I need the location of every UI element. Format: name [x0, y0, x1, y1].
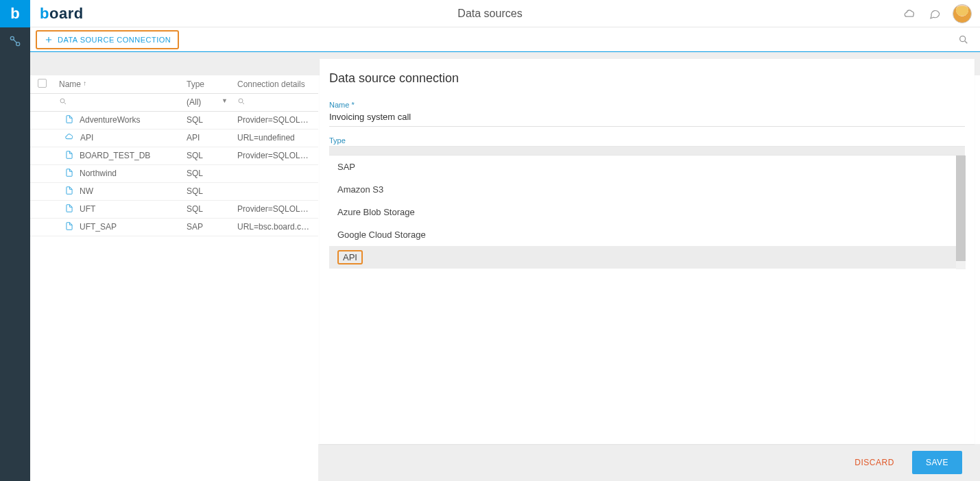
- type-option-sap[interactable]: SAP: [329, 156, 965, 178]
- sort-asc-icon: ↑: [83, 79, 86, 87]
- type-option-api[interactable]: API: [329, 246, 965, 269]
- top-bar: b board Data sources: [0, 0, 980, 27]
- type-dropdown: SAPAmazon S3Azure Blob StorageGoogle Clo…: [329, 156, 965, 269]
- row-connection: Provider=SQLOLEDB;D: [232, 111, 318, 129]
- data-source-panel: Data source connection Name * Type SAPAm…: [320, 59, 975, 444]
- search-icon[interactable]: [957, 33, 970, 47]
- row-connection: [232, 182, 318, 200]
- table-row[interactable]: AdventureWorksSQLProvider=SQLOLEDB;D: [30, 111, 318, 129]
- filter-name[interactable]: [53, 93, 181, 111]
- sidebar-connections-icon[interactable]: [0, 27, 30, 55]
- header-connection-details[interactable]: Connection details: [232, 75, 318, 93]
- row-name: AdventureWorks: [80, 115, 140, 125]
- header-checkbox[interactable]: [30, 75, 53, 93]
- svg-point-4: [239, 99, 243, 103]
- row-type: API: [181, 129, 232, 147]
- svg-point-2: [960, 36, 966, 42]
- type-field-label: Type: [329, 136, 965, 145]
- dropdown-scrollbar-track[interactable]: [956, 156, 966, 269]
- panel-title: Data source connection: [329, 71, 965, 86]
- action-bar: DATA SOURCE CONNECTION: [30, 27, 980, 52]
- row-connection: Provider=SQLOLEDB;D: [232, 200, 318, 218]
- name-field-label: Name *: [329, 101, 965, 109]
- chat-icon[interactable]: [928, 7, 942, 21]
- header-name[interactable]: Name ↑: [53, 75, 181, 93]
- new-data-source-label: DATA SOURCE CONNECTION: [58, 36, 171, 44]
- row-type: SQL: [181, 147, 232, 164]
- cloud-icon[interactable]: [903, 7, 917, 21]
- row-name: Northwind: [80, 169, 117, 178]
- row-connection: URL=bsc.board.com:8: [232, 218, 318, 236]
- table-row[interactable]: UFTSQLProvider=SQLOLEDB;D: [30, 200, 318, 218]
- table-row[interactable]: UFT_SAPSAPURL=bsc.board.com:8: [30, 218, 318, 236]
- save-button[interactable]: SAVE: [912, 451, 962, 474]
- name-input[interactable]: [329, 109, 965, 127]
- type-option-azure-blob-storage[interactable]: Azure Blob Storage: [329, 201, 965, 223]
- header-type[interactable]: Type: [181, 75, 232, 93]
- user-avatar[interactable]: [953, 4, 972, 23]
- file-icon: [64, 168, 74, 180]
- data-source-table: Name ↑ Type Connection details (All) ▼ A…: [30, 75, 318, 481]
- table-header-row: Name ↑ Type Connection details: [30, 75, 318, 93]
- table-row[interactable]: NWSQL: [30, 182, 318, 200]
- row-connection: [232, 164, 318, 182]
- row-name: UFT_SAP: [80, 222, 117, 232]
- app-logo-text: board: [40, 5, 84, 23]
- table-row[interactable]: APIAPIURL=undefined: [30, 129, 318, 147]
- chevron-down-icon: ▼: [222, 97, 228, 104]
- row-type: SQL: [181, 164, 232, 182]
- dropdown-scrollbar-thumb[interactable]: [956, 156, 966, 261]
- app-logo-mark[interactable]: b: [0, 0, 30, 27]
- row-type: SQL: [181, 182, 232, 200]
- svg-point-3: [60, 99, 64, 103]
- row-type: SQL: [181, 200, 232, 218]
- type-select[interactable]: [329, 146, 965, 156]
- file-icon: [64, 186, 74, 197]
- page-title: Data sources: [0, 8, 980, 20]
- type-option-google-cloud-storage[interactable]: Google Cloud Storage: [329, 223, 965, 246]
- file-icon: [64, 114, 74, 126]
- filter-type[interactable]: (All) ▼: [181, 93, 232, 111]
- table-filter-row: (All) ▼: [30, 93, 318, 111]
- file-icon: [64, 150, 74, 162]
- search-icon: [59, 97, 67, 106]
- row-connection: URL=undefined: [232, 129, 318, 147]
- row-type: SQL: [181, 111, 232, 129]
- file-icon: [64, 204, 74, 215]
- panel-footer: DISCARD SAVE: [320, 444, 975, 481]
- filter-connection[interactable]: [232, 93, 318, 111]
- row-connection: Provider=SQLOLEDB;D: [232, 147, 318, 164]
- left-sidebar: [0, 27, 30, 481]
- discard-button[interactable]: DISCARD: [854, 458, 894, 467]
- file-icon: [64, 221, 74, 233]
- row-name: NW: [80, 186, 93, 196]
- type-option-amazon-s3[interactable]: Amazon S3: [329, 178, 965, 201]
- table-row[interactable]: BOARD_TEST_DBSQLProvider=SQLOLEDB;D: [30, 147, 318, 164]
- row-name: UFT: [80, 204, 95, 214]
- new-data-source-button[interactable]: DATA SOURCE CONNECTION: [36, 30, 179, 49]
- cloud-icon: [64, 132, 75, 144]
- table-row[interactable]: NorthwindSQL: [30, 164, 318, 182]
- row-name: API: [80, 133, 93, 143]
- search-icon: [237, 97, 246, 106]
- row-name: BOARD_TEST_DB: [80, 151, 150, 160]
- row-type: SAP: [181, 218, 232, 236]
